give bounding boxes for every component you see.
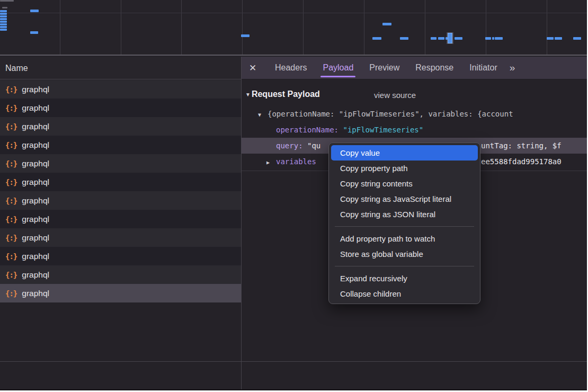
request-timing-bar xyxy=(0,10,7,12)
request-name: graphql xyxy=(22,215,49,224)
property-key: variables xyxy=(276,157,316,166)
payload-root-row[interactable]: ▼{operationName: "ipFlowTimeseries", var… xyxy=(242,106,587,122)
table-row[interactable]: {:}graphql xyxy=(0,228,241,247)
request-timing-bar xyxy=(438,37,444,40)
menu-item-copy-value[interactable]: Copy value xyxy=(331,145,478,161)
table-row[interactable]: {:}graphql xyxy=(0,210,241,228)
table-row[interactable]: {:}graphql xyxy=(0,136,241,154)
property-key: query: xyxy=(276,141,303,150)
menu-item-copy-string-contents[interactable]: Copy string contents xyxy=(331,176,478,191)
overview-hover-tick xyxy=(448,33,452,43)
request-timing-bar xyxy=(30,10,39,12)
tab-preview[interactable]: Preview xyxy=(369,57,399,79)
tab-headers[interactable]: Headers xyxy=(275,57,307,79)
json-braces-icon: {:} xyxy=(5,85,17,94)
request-payload-section-header: ▼ Request Payload xyxy=(245,90,320,99)
json-braces-icon: {:} xyxy=(5,178,17,186)
request-timing-bar xyxy=(431,37,436,40)
expander-open-icon[interactable]: ▼ xyxy=(258,107,268,122)
footer-separator xyxy=(0,361,587,362)
tab-response[interactable]: Response xyxy=(415,57,453,79)
request-timing-bar xyxy=(372,37,381,40)
request-timing-bar xyxy=(0,23,7,25)
request-timing-bar xyxy=(573,37,581,40)
overview-gridline xyxy=(242,0,243,55)
payload-preview-text: {operationName: "ipFlowTimeseries", vari… xyxy=(268,110,513,118)
table-row[interactable]: {:}graphql xyxy=(0,191,241,210)
request-timing-bar xyxy=(495,37,503,40)
menu-separator xyxy=(335,266,474,266)
menu-item-copy-string-json-literal[interactable]: Copy string as JSON literal xyxy=(331,207,478,222)
section-expander-icon[interactable]: ▼ xyxy=(245,92,251,97)
request-name: graphql xyxy=(22,140,49,150)
overview-gridline xyxy=(547,0,547,55)
request-name: graphql xyxy=(22,196,49,206)
request-name: graphql xyxy=(22,177,49,187)
request-timing-bar xyxy=(485,37,491,40)
request-name: graphql xyxy=(22,159,49,168)
request-timing-bar xyxy=(241,34,250,37)
request-timing-bar xyxy=(382,23,391,25)
overview-gridline xyxy=(0,13,587,13)
tab-initiator[interactable]: Initiator xyxy=(469,57,497,79)
request-timing-bar xyxy=(547,37,554,40)
table-row[interactable]: {:}graphql xyxy=(0,173,241,191)
json-braces-icon: {:} xyxy=(5,104,17,112)
overview-gridline xyxy=(425,0,425,55)
details-tab-bar: ✕ Headers Payload Preview Response Initi… xyxy=(242,57,587,79)
json-braces-icon: {:} xyxy=(5,159,17,168)
menu-item-collapse-children[interactable]: Collapse children xyxy=(331,286,478,301)
table-row[interactable]: {:}graphql xyxy=(0,117,241,136)
property-value-right-fragment: ee5588fdad995178a0 xyxy=(481,154,562,170)
request-timing-bar xyxy=(455,37,462,40)
menu-item-add-property-path-to-watch[interactable]: Add property path to watch xyxy=(331,231,478,246)
request-timing-bar xyxy=(0,18,7,20)
name-column-header[interactable]: Name xyxy=(0,57,241,79)
json-braces-icon: {:} xyxy=(5,141,17,149)
request-name: graphql xyxy=(22,122,49,131)
network-overview-timeline[interactable] xyxy=(0,0,587,56)
section-title: Request Payload xyxy=(252,90,320,99)
table-row[interactable]: {:}graphql xyxy=(0,265,241,284)
table-row[interactable]: {:}graphql xyxy=(0,247,241,265)
close-icon[interactable]: ✕ xyxy=(249,63,267,74)
request-timing-bar xyxy=(400,37,408,40)
table-row[interactable]: {:}graphql xyxy=(0,99,241,117)
menu-item-store-as-global-variable[interactable]: Store as global variable xyxy=(331,246,478,262)
json-braces-icon: {:} xyxy=(5,122,17,131)
tab-payload[interactable]: Payload xyxy=(323,57,353,79)
request-timing-bar xyxy=(0,29,7,31)
payload-row-operation-name[interactable]: operationName: "ipFlowTimeseries" xyxy=(242,122,587,138)
menu-item-expand-recursively[interactable]: Expand recursively xyxy=(331,271,478,286)
more-tabs-icon[interactable]: » xyxy=(510,62,515,74)
json-braces-icon: {:} xyxy=(5,215,17,224)
window-bottom-edge xyxy=(0,389,587,390)
request-timing-bar xyxy=(555,37,562,40)
expander-closed-icon[interactable]: ▶ xyxy=(266,155,276,170)
table-row-selected[interactable]: {:}graphql xyxy=(0,284,241,302)
request-timing-bar xyxy=(2,7,7,8)
property-value-left: "qu xyxy=(307,141,320,150)
property-value-string: "ipFlowTimeseries" xyxy=(343,126,423,134)
devtools-window: Name {:}graphql {:}graphql {:}graphql {:… xyxy=(0,0,587,390)
menu-separator xyxy=(335,226,474,227)
overview-gridline xyxy=(486,0,486,55)
json-braces-icon: {:} xyxy=(5,252,17,261)
table-row[interactable]: {:}graphql xyxy=(0,80,241,99)
overview-gridline xyxy=(60,0,60,55)
request-name: graphql xyxy=(22,289,49,298)
request-timing-bar xyxy=(0,13,7,15)
json-braces-icon: {:} xyxy=(5,197,17,205)
context-menu: Copy value Copy property path Copy strin… xyxy=(328,142,480,304)
table-row[interactable]: {:}graphql xyxy=(0,154,241,173)
request-name: graphql xyxy=(22,270,49,280)
json-braces-icon: {:} xyxy=(5,271,17,279)
menu-item-copy-property-path[interactable]: Copy property path xyxy=(331,161,478,176)
overview-gridline xyxy=(303,0,304,55)
json-braces-icon: {:} xyxy=(5,289,17,298)
request-timing-bar xyxy=(30,31,38,34)
view-source-link[interactable]: view source xyxy=(374,91,416,100)
menu-item-copy-string-js-literal[interactable]: Copy string as JavaScript literal xyxy=(331,191,478,207)
request-name: graphql xyxy=(22,85,49,94)
request-timing-bar xyxy=(446,37,448,40)
